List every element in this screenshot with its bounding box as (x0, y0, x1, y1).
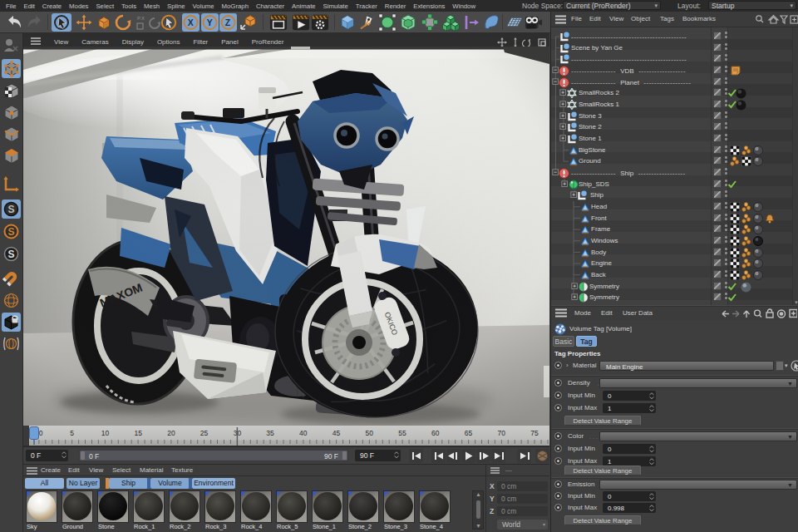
svg-text:5: 5 (70, 429, 74, 437)
svg-text:S: S (8, 226, 15, 238)
svg-text:55: 55 (398, 429, 406, 437)
svg-text:60: 60 (431, 429, 440, 437)
svg-text:Y: Y (207, 17, 213, 27)
svg-text:0: 0 (39, 429, 43, 437)
svg-text:75: 75 (530, 429, 539, 437)
svg-text:10: 10 (101, 429, 110, 437)
svg-text:15: 15 (134, 429, 142, 437)
svg-text:40: 40 (299, 429, 308, 437)
svg-text:S: S (8, 249, 15, 260)
svg-text:20: 20 (167, 429, 175, 437)
svg-text:Z: Z (225, 17, 231, 27)
svg-text:65: 65 (465, 429, 473, 437)
svg-text:35: 35 (266, 429, 274, 437)
svg-text:X: X (188, 17, 194, 27)
svg-text:70: 70 (497, 429, 505, 437)
svg-text:S: S (8, 204, 15, 215)
svg-text:25: 25 (200, 429, 209, 437)
svg-text:45: 45 (332, 429, 341, 437)
svg-text:50: 50 (366, 429, 374, 437)
